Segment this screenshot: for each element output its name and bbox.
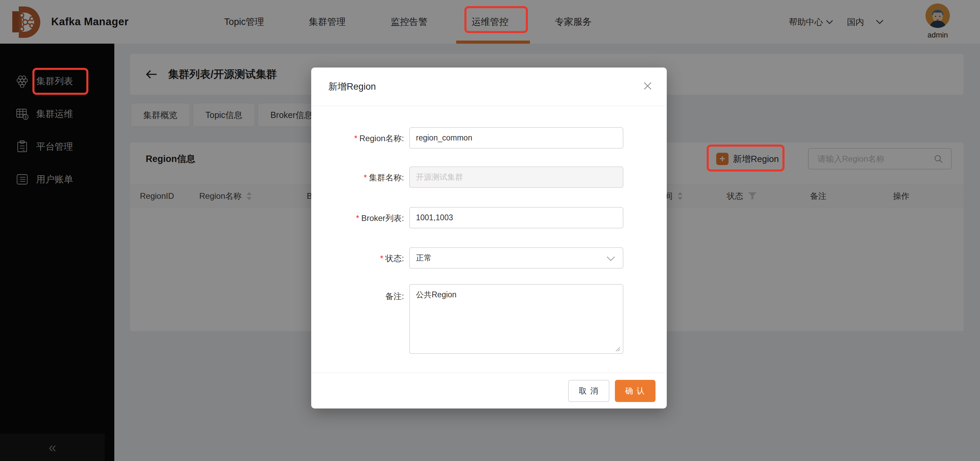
broker-list-input[interactable] [409, 207, 624, 228]
field-label-region-name: *Region名称: [311, 133, 404, 144]
required-mark: * [354, 134, 357, 143]
confirm-button[interactable]: 确 认 [615, 380, 655, 402]
cluster-name-input [409, 166, 624, 188]
field-label-status: *状态: [311, 253, 404, 264]
region-name-input[interactable] [409, 127, 624, 149]
status-select-value: 正常 [416, 253, 432, 263]
add-region-modal: 新增Region *Region名称: *集群名称: *Broker列表: *状… [311, 68, 667, 409]
modal-title: 新增Region [328, 81, 376, 93]
field-label-cluster-name: *集群名称: [311, 172, 404, 183]
required-mark: * [356, 214, 359, 223]
chevron-down-icon [606, 256, 615, 261]
modal-footer-divider [311, 373, 667, 373]
remark-textarea[interactable]: 公共Region [409, 284, 624, 354]
close-icon [643, 81, 652, 91]
modal-close-button[interactable] [641, 80, 654, 92]
field-label-remark: 备注: [311, 291, 404, 302]
required-mark: * [380, 254, 383, 263]
required-mark: * [364, 173, 367, 182]
modal-header-divider [311, 106, 667, 106]
status-select[interactable]: 正常 [409, 247, 624, 269]
cancel-button[interactable]: 取 消 [568, 380, 609, 402]
field-label-broker-list: *Broker列表: [311, 213, 404, 224]
